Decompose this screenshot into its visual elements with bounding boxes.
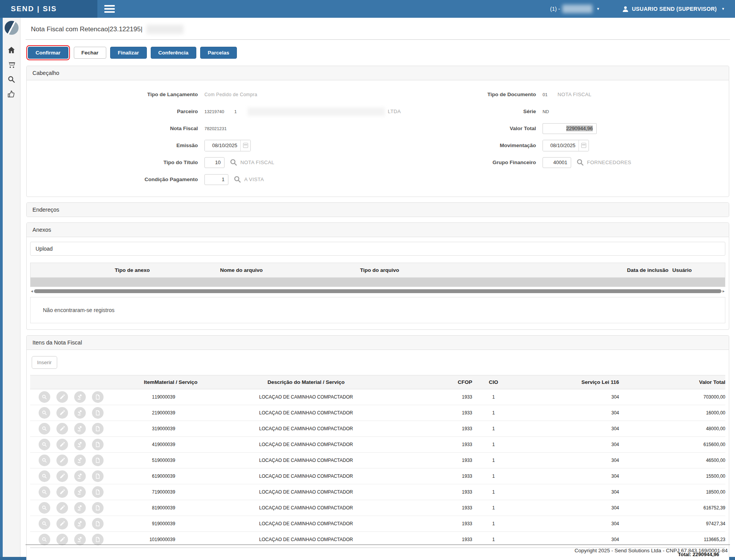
row-view-button[interactable] — [39, 423, 50, 434]
table-row: 4 19000039 LOCAÇAO DE CAMINHAO COMPACTAD… — [30, 437, 725, 453]
row-document-button[interactable] — [92, 470, 104, 482]
confirmar-button[interactable]: Confirmar — [28, 47, 68, 59]
row-document-button[interactable] — [92, 423, 104, 434]
row-actions-button[interactable] — [74, 455, 86, 466]
row-actions-button[interactable] — [74, 423, 86, 434]
scrollbar-thumb[interactable] — [34, 289, 721, 293]
cell-cfop: 1933 — [387, 500, 472, 516]
inserir-button[interactable]: Inserir — [32, 356, 57, 369]
row-document-button[interactable] — [92, 407, 104, 419]
cell-cfop: 1933 — [387, 389, 472, 405]
search-icon[interactable] — [234, 176, 241, 183]
row-document-button[interactable] — [92, 502, 104, 514]
serie-value: ND — [543, 109, 549, 114]
sidebar-item-search[interactable] — [3, 72, 20, 87]
row-edit-button[interactable] — [56, 502, 68, 514]
anexos-horizontal-scrollbar[interactable]: ◄ ► — [30, 288, 725, 294]
emissao-calendar-button[interactable] — [240, 140, 250, 151]
row-actions-button[interactable] — [74, 518, 86, 529]
cell-cio: 1 — [472, 484, 515, 500]
row-actions-button[interactable] — [74, 407, 86, 419]
grupo-financeiro-input[interactable] — [543, 157, 571, 168]
panel-anexos-header[interactable]: Anexos — [27, 223, 729, 237]
row-edit-button[interactable] — [56, 486, 68, 498]
parceiro-suffix: LTDA — [388, 109, 401, 114]
row-view-button[interactable] — [39, 407, 50, 419]
row-document-button[interactable] — [92, 518, 104, 529]
col-data-inclusao: Data de inclusão — [627, 267, 668, 273]
cell-cio: 1 — [472, 453, 515, 468]
tipo-titulo-input[interactable] — [204, 157, 225, 168]
cell-item: 3 — [128, 421, 155, 437]
sidebar-item-cart[interactable] — [3, 57, 20, 72]
row-edit-button[interactable] — [56, 407, 68, 419]
user-menu[interactable]: USUARIO SEND (SUPERVISOR) ▼ — [622, 6, 725, 12]
cell-material: 19000039 — [155, 484, 225, 500]
row-actions-button[interactable] — [74, 391, 86, 403]
row-edit-button[interactable] — [56, 534, 68, 545]
row-view-button[interactable] — [39, 502, 50, 514]
row-view-button[interactable] — [39, 439, 50, 450]
gavel-icon — [77, 473, 83, 479]
company-selector[interactable]: (1) - ▼ — [550, 5, 600, 13]
row-view-button[interactable] — [39, 534, 50, 545]
panel-itens-header[interactable]: Itens da Nota Fiscal — [27, 336, 729, 350]
row-view-button[interactable] — [39, 470, 50, 482]
finalizar-button[interactable]: Finalizar — [110, 47, 147, 59]
pencil-icon — [60, 394, 65, 400]
condicao-pagamento-input[interactable] — [204, 174, 228, 185]
row-edit-button[interactable] — [56, 423, 68, 434]
row-document-button[interactable] — [92, 391, 104, 403]
row-view-button[interactable] — [39, 486, 50, 498]
itens-table: Item Material / Serviço Descrição do Mat… — [30, 375, 725, 548]
row-actions-button[interactable] — [74, 502, 86, 514]
scroll-right-icon[interactable]: ► — [721, 289, 725, 293]
sidebar-item-home[interactable] — [3, 42, 20, 57]
anexos-empty-message: Não encontraram-se registros — [30, 297, 725, 323]
row-view-button[interactable] — [39, 455, 50, 466]
row-document-button[interactable] — [92, 439, 104, 450]
cell-cfop: 1933 — [387, 453, 472, 468]
parcelas-button[interactable]: Parcelas — [200, 47, 237, 59]
panel-cabecalho-header[interactable]: Cabeçalho — [27, 66, 729, 80]
row-edit-button[interactable] — [56, 518, 68, 529]
cell-valor: 616752,39 — [619, 500, 725, 516]
row-actions-button[interactable] — [74, 439, 86, 450]
row-document-button[interactable] — [92, 534, 104, 545]
gavel-icon — [77, 394, 83, 400]
row-edit-button[interactable] — [56, 439, 68, 450]
row-edit-button[interactable] — [56, 391, 68, 403]
calendar-icon — [243, 143, 248, 148]
row-actions-button[interactable] — [74, 534, 86, 545]
upload-section-header[interactable]: Upload — [30, 242, 725, 256]
scroll-left-icon[interactable]: ◄ — [30, 289, 34, 293]
serie-label: Série — [407, 109, 543, 114]
tipo-titulo-desc: NOTA FISCAL — [240, 160, 274, 165]
movimentacao-calendar-button[interactable] — [578, 140, 589, 151]
file-icon — [95, 410, 100, 416]
gavel-icon — [77, 537, 83, 542]
cell-servico: 304 — [515, 421, 619, 437]
panel-enderecos-header[interactable]: Endereços — [27, 203, 729, 217]
search-icon[interactable] — [230, 159, 237, 166]
row-view-button[interactable] — [39, 518, 50, 529]
pencil-icon — [60, 505, 65, 511]
valor-total-input[interactable]: 2290944,96 — [543, 123, 597, 134]
row-document-button[interactable] — [92, 486, 104, 498]
movimentacao-input[interactable]: 08/10/2025 — [543, 140, 578, 151]
row-view-button[interactable] — [39, 391, 50, 403]
conferencia-button[interactable]: Conferência — [151, 47, 196, 59]
search-icon[interactable] — [577, 159, 584, 166]
row-edit-button[interactable] — [56, 455, 68, 466]
emissao-input[interactable]: 08/10/2025 — [205, 140, 240, 151]
hamburger-menu-icon[interactable] — [104, 3, 115, 14]
cell-descricao: LOCAÇAO DE CAMINHAO COMPACTADOR — [225, 389, 387, 405]
row-document-button[interactable] — [92, 455, 104, 466]
col-nome-arquivo: Nome do arquivo — [220, 267, 263, 273]
row-edit-button[interactable] — [56, 470, 68, 482]
tipo-documento-label: Tipo de Documento — [407, 92, 543, 97]
sidebar-item-approve[interactable] — [3, 87, 20, 101]
row-actions-button[interactable] — [74, 470, 86, 482]
row-actions-button[interactable] — [74, 486, 86, 498]
fechar-button[interactable]: Fechar — [74, 47, 106, 59]
